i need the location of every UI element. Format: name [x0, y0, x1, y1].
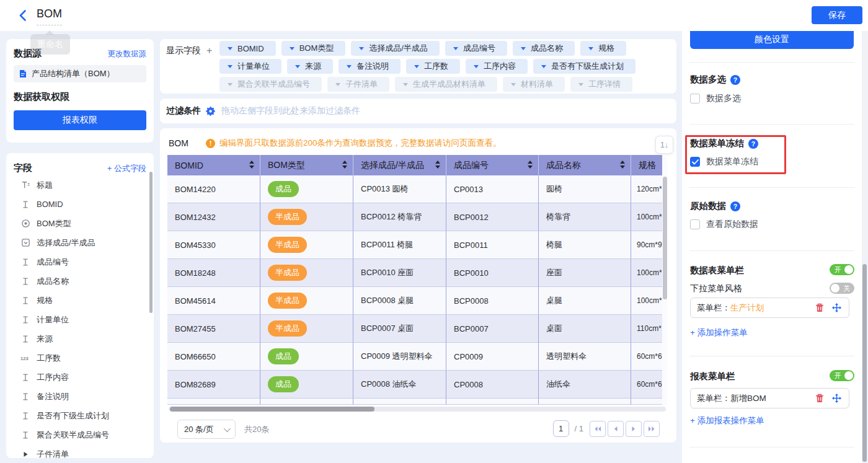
display-field-chip[interactable]: 子件清单	[327, 77, 389, 92]
sort-icon[interactable]	[620, 161, 625, 169]
data-menu-toggle[interactable]: 开	[830, 264, 854, 275]
table-row[interactable]: BOM14220成品CP0013 圆椅CP0013圆椅120cm*	[167, 175, 662, 203]
move-icon[interactable]	[832, 394, 841, 403]
scrollbar-thumb[interactable]	[862, 264, 867, 462]
field-item[interactable]: BOMID	[6, 195, 154, 214]
display-field-chip[interactable]: 材料清单	[503, 77, 565, 92]
display-field-chip[interactable]: BOMID	[219, 41, 276, 56]
field-item[interactable]: 工序内容	[6, 368, 154, 387]
display-field-chip[interactable]: 工序内容	[466, 59, 528, 74]
display-field-chip[interactable]: BOM类型	[281, 41, 346, 56]
field-item[interactable]: 来源	[6, 329, 154, 348]
trash-icon[interactable]	[815, 303, 824, 312]
column-header[interactable]: BOM类型	[260, 155, 353, 175]
field-item[interactable]: 计量单位	[6, 310, 154, 329]
table-row[interactable]: BOM82689成品CP0008 油纸伞CP0008油纸伞60cm*6	[167, 371, 662, 399]
raw-data-checkbox[interactable]: 查看原始数据	[690, 219, 758, 230]
sort-icon[interactable]	[249, 161, 254, 169]
table-row[interactable]: BOM12432半成品BCP0012 椅靠背BCP0012椅靠背100cm*	[167, 203, 662, 231]
field-item[interactable]: 子件清单	[6, 444, 154, 458]
help-icon[interactable]: ?	[730, 75, 740, 85]
move-icon[interactable]	[832, 303, 841, 312]
last-page-button[interactable]	[644, 421, 660, 437]
display-field-chip[interactable]: 备注说明	[339, 59, 401, 74]
display-field-chip[interactable]: 规格	[580, 41, 626, 56]
datasource-item[interactable]: 产品结构清单（BOM）	[14, 65, 146, 82]
field-label: BOM类型	[37, 218, 71, 229]
display-field-chip[interactable]: 聚合关联半成品编号	[219, 77, 322, 92]
menu-item-production-plan[interactable]: 菜单栏： 生产计划	[690, 298, 849, 318]
settings-scrollbar[interactable]	[862, 31, 867, 463]
dropdown-style-toggle[interactable]: 关	[830, 283, 854, 294]
trash-icon[interactable]	[815, 394, 824, 403]
table-horizontal-scrollbar[interactable]	[169, 407, 666, 412]
column-header[interactable]: 选择成品/半成品	[353, 155, 446, 175]
multi-select-checkbox[interactable]: 数据多选	[690, 93, 741, 104]
table-row[interactable]: BOM27455半成品BCP0007 桌面BCP0007桌面110cm*	[167, 315, 662, 343]
table-vertical-scrollbar[interactable]	[662, 155, 667, 405]
column-header[interactable]: 成品编号	[446, 155, 539, 175]
table-row[interactable]: BOM18248半成品BCP0010 座面BCP0010座面100cm*	[167, 259, 662, 287]
display-field-chip[interactable]: 成品名称	[513, 41, 575, 56]
field-item[interactable]: 标题	[6, 175, 154, 195]
fields-scrollbar[interactable]	[149, 172, 153, 313]
display-field-chip[interactable]: 来源	[287, 59, 333, 74]
color-settings-button[interactable]: 颜色设置	[690, 31, 854, 49]
field-item[interactable]: 123工序数	[6, 348, 154, 368]
filter-placeholder[interactable]: 拖动左侧字段到此处来添加过滤条件	[221, 105, 360, 117]
sort-icon[interactable]	[342, 161, 347, 169]
field-item[interactable]: BOM类型	[6, 214, 154, 233]
gear-icon[interactable]	[206, 107, 215, 116]
table-row[interactable]: BOM45330半成品BCP0011 椅腿BCP0011椅腿90cm*9	[167, 231, 662, 259]
help-icon[interactable]: ?	[730, 201, 740, 211]
sort-icon[interactable]	[528, 161, 533, 169]
column-header[interactable]: 成品名称	[539, 155, 631, 175]
display-field-chip[interactable]: 计量单位	[219, 59, 281, 74]
table-body: BOM14220成品CP0013 圆椅CP0013圆椅120cm*BOM1243…	[167, 175, 662, 405]
next-page-button[interactable]	[626, 421, 642, 437]
table-header-row: BOMIDBOM类型选择成品/半成品成品编号成品名称规格	[167, 155, 662, 175]
field-item[interactable]: 成品名称	[6, 271, 154, 291]
table-row[interactable]: BOM45614半成品BCP0008 桌腿BCP0008桌腿100cm*	[167, 287, 662, 315]
page-number-input[interactable]	[553, 420, 569, 437]
help-icon[interactable]: ?	[748, 139, 758, 149]
page-size-select[interactable]: 20 条/页	[177, 420, 236, 439]
add-report-menu-link[interactable]: + 添加报表操作菜单	[690, 415, 764, 426]
display-field-chip[interactable]: 工序详情	[570, 77, 632, 92]
text-icon	[20, 373, 30, 382]
first-page-button[interactable]	[590, 421, 606, 437]
chip-label: 工序详情	[588, 79, 621, 90]
save-button[interactable]: 保存	[812, 6, 862, 24]
display-field-chip[interactable]: 成品编号	[445, 41, 507, 56]
report-permission-button[interactable]: 报表权限	[14, 110, 146, 130]
display-field-chip[interactable]: 生成半成品材料清单	[395, 77, 497, 92]
display-field-chip[interactable]: 工序数	[406, 59, 460, 74]
display-field-chip[interactable]: 选择成品/半成品	[351, 41, 440, 56]
display-field-chip[interactable]: 是否有下级生成计划	[533, 59, 636, 74]
field-item[interactable]: 备注说明	[6, 387, 154, 406]
scrollbar-thumb[interactable]	[663, 177, 667, 299]
chip-label: 工序数	[424, 61, 448, 72]
report-menu-toggle[interactable]: 开	[830, 370, 854, 381]
sort-icon[interactable]	[435, 161, 440, 169]
field-item[interactable]: 规格	[6, 291, 154, 310]
field-item[interactable]: 选择成品/半成品	[6, 233, 154, 252]
page-title[interactable]: BOM	[37, 7, 62, 25]
prev-page-button[interactable]	[608, 421, 624, 437]
change-datasource-link[interactable]: 更改数据源	[108, 49, 147, 60]
menu-freeze-checkbox[interactable]: 数据菜单冻结	[690, 156, 758, 167]
field-item[interactable]: 是否有下级生成计划	[6, 406, 154, 425]
scrollbar-thumb[interactable]	[170, 407, 374, 412]
cell-spec: 60cm*6	[637, 380, 662, 389]
field-item[interactable]: 聚合关联半成品编号	[6, 425, 154, 444]
column-header[interactable]: 规格	[631, 155, 662, 175]
add-action-menu-link[interactable]: + 添加操作菜单	[690, 327, 748, 338]
add-display-field-button[interactable]: +	[206, 45, 212, 56]
menu-item-new-bom[interactable]: 菜单栏： 新增BOM	[690, 388, 849, 408]
table-row[interactable]: BOM66650成品CP0009 透明塑料伞CP0009透明塑料伞60cm*6	[167, 343, 662, 371]
column-header[interactable]: BOMID	[167, 155, 260, 175]
formula-field-link[interactable]: + 公式字段	[107, 163, 146, 174]
field-item[interactable]: 成品编号	[6, 252, 154, 271]
sort-order-button[interactable]: 1↓	[655, 136, 673, 154]
back-button[interactable]	[16, 9, 30, 22]
